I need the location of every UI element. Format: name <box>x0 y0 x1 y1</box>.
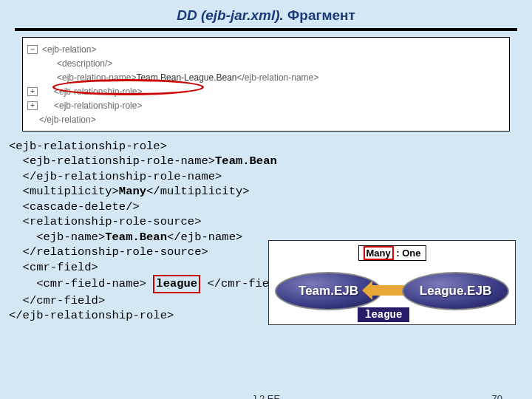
title-underline <box>15 28 517 31</box>
tree-tag: <ejb-relationship-role> <box>54 100 142 111</box>
tree-tag: </ejb-relation> <box>39 115 96 125</box>
collapse-icon[interactable]: − <box>27 45 38 54</box>
tree-tag: <ejb-relation> <box>42 44 96 55</box>
xml-tree-panel: − <ejb-relation> <description/> <ejb-rel… <box>22 37 510 132</box>
league-field-label: league <box>358 307 409 322</box>
tree-tag: <ejb-relationship-role> <box>54 86 142 97</box>
slide-title: DD (ejb-jar.xml). Фрагмент <box>0 0 532 28</box>
code-line: <cascade-delete/> <box>9 200 523 214</box>
tree-tag: </ejb-relation-name> <box>237 72 319 83</box>
tree-value: Team.Bean-League.Bean <box>136 72 236 83</box>
page-number: 70 <box>492 393 502 399</box>
title-fragment: Фрагмент <box>287 7 355 23</box>
bold-value: Team.Bean <box>105 231 167 244</box>
highlight-box: league <box>153 275 200 293</box>
tree-row: <description/> <box>27 56 509 70</box>
tree-tag: <description/> <box>57 58 112 69</box>
tree-row: + <ejb-relationship-role> <box>27 98 509 112</box>
code-line: <multiplicity>Many</multiplicity> <box>9 184 523 199</box>
tree-row: − <ejb-relation> <box>27 42 509 56</box>
multiplicity-label: Many : One <box>358 245 426 261</box>
tree-row: <ejb-relation-name>Team.Bean-League.Bean… <box>27 70 509 84</box>
title-main: DD (ejb-jar.xml). <box>177 7 284 23</box>
relationship-diagram: Many : One Team.EJB League.EJB league <box>268 240 516 325</box>
bold-value: Team.Bean <box>215 154 277 168</box>
tree-row: </ejb-relation> <box>27 112 509 126</box>
bold-value: Many <box>119 185 146 198</box>
course-label: J 2 EE <box>252 393 280 399</box>
code-line: </ejb-relationship-role-name> <box>9 169 523 184</box>
code-line: <relationship-role-source> <box>9 214 523 229</box>
league-ejb-node: League.EJB <box>402 272 509 310</box>
expand-icon[interactable]: + <box>27 87 38 96</box>
many-highlight: Many <box>363 246 393 260</box>
expand-icon[interactable]: + <box>27 101 38 110</box>
code-line: <ejb-relationship-role-name>Team.Bean <box>9 154 523 168</box>
code-line: <ejb-relationship-role> <box>9 139 523 154</box>
tree-row: + <ejb-relationship-role> <box>27 84 509 98</box>
tree-tag: <ejb-relation-name> <box>57 72 136 83</box>
